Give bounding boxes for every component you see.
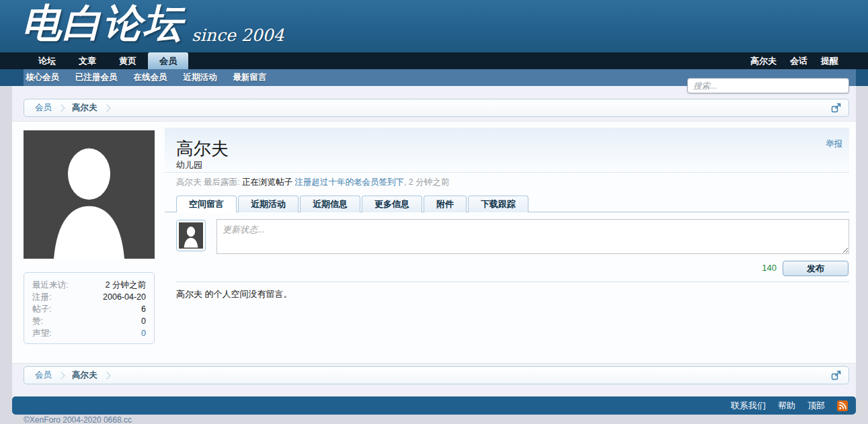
- publish-button[interactable]: 发布: [783, 261, 849, 276]
- divider: [165, 172, 849, 173]
- subnav-item-online-members[interactable]: 在线会员: [134, 69, 167, 86]
- stat-row-joined: 注册: 2006-04-20: [32, 291, 146, 303]
- stat-label: 注册:: [32, 291, 51, 303]
- tab-profile-posts[interactable]: 空间留言: [176, 196, 237, 212]
- subnav-item-notable-members[interactable]: 核心会员: [26, 69, 59, 86]
- breadcrumb-members[interactable]: 会员: [35, 370, 52, 381]
- stat-value-link[interactable]: 0: [141, 327, 146, 339]
- subnav-items: 核心会员 已注册会员 在线会员 近期活动 最新留言: [26, 69, 267, 86]
- breadcrumb-username[interactable]: 高尔夫: [72, 102, 97, 114]
- subnav-left-cap: [0, 69, 24, 86]
- chevron-right-icon: [57, 104, 65, 112]
- report-link[interactable]: 举报: [826, 138, 842, 150]
- stat-value: 0: [141, 315, 146, 327]
- subnav-item-recent-activity[interactable]: 近期活动: [184, 69, 217, 86]
- profile-tab-strip: 空间留言 近期活动 近期信息 更多信息 附件 下载跟踪: [165, 196, 849, 212]
- site-logo-tagline: since 2004: [192, 26, 284, 45]
- footer-link-contact[interactable]: 联系我们: [731, 400, 766, 412]
- subnav-right-cap: [856, 69, 868, 86]
- composer-avatar: [176, 220, 206, 251]
- chevron-right-icon: [103, 372, 110, 379]
- tab-attachments[interactable]: 附件: [424, 196, 467, 212]
- stat-row-reputation: 声望: 0: [32, 327, 146, 339]
- stat-value: 2006-04-20: [103, 291, 146, 303]
- site-header: 电白论坛 since 2004: [0, 0, 868, 52]
- subnav-item-latest-messages[interactable]: 最新留言: [233, 69, 267, 86]
- site-logo-title: 电白论坛: [22, 0, 184, 50]
- footer-link-top[interactable]: 顶部: [807, 400, 825, 412]
- share-icon[interactable]: [828, 102, 843, 114]
- nav-tab-articles[interactable]: 文章: [67, 52, 108, 69]
- stat-label: 帖子:: [32, 303, 51, 315]
- breadcrumb-username[interactable]: 高尔夫: [72, 370, 97, 381]
- stat-value: 2 分钟之前: [106, 279, 146, 291]
- stat-label: 最近来访:: [32, 279, 68, 291]
- stat-value: 6: [141, 303, 146, 315]
- user-title: 幼儿园: [176, 159, 202, 171]
- stat-row-last-seen: 最近来访: 2 分钟之前: [32, 279, 146, 291]
- char-counter: 140: [743, 263, 777, 273]
- breadcrumb-bottom: 会员 高尔夫: [24, 366, 849, 384]
- tab-more-info[interactable]: 更多信息: [362, 196, 422, 212]
- status-activity: 正在浏览帖子: [242, 177, 294, 187]
- stat-label: 声望:: [32, 327, 51, 339]
- status-update-input[interactable]: [216, 219, 849, 254]
- empty-profile-message: 高尔夫 的个人空间没有留言。: [176, 288, 292, 300]
- profile-page: 电白论坛 since 2004 论坛 文章 黄页 会员 高尔夫 会话 提醒 核心…: [0, 0, 868, 424]
- tab-download-tracking[interactable]: 下载跟踪: [468, 196, 528, 212]
- tab-recent-messages[interactable]: 近期信息: [300, 196, 360, 212]
- person-icon: [179, 222, 203, 249]
- person-icon: [24, 130, 155, 259]
- status-line: 高尔夫 最后露面: 正在浏览帖子 注册超过十年的老会员签到下, 2 分钟之前: [176, 177, 449, 188]
- tab-recent-activity[interactable]: 近期活动: [238, 196, 299, 212]
- nav-tab-forum[interactable]: 论坛: [27, 52, 67, 69]
- footer-bar: 联系我们 帮助 顶部: [12, 396, 856, 415]
- chevron-right-icon: [103, 104, 110, 112]
- nav-tab-members[interactable]: 会员: [148, 52, 188, 69]
- stat-label: 赞:: [32, 315, 43, 327]
- nav-tabs: 论坛 文章 黄页 会员: [0, 52, 188, 69]
- page-title: 高尔夫: [176, 137, 229, 161]
- user-menu-alerts[interactable]: 提醒: [821, 52, 838, 69]
- status-prefix: 高尔夫 最后露面:: [176, 177, 242, 187]
- breadcrumb: 会员 高尔夫: [24, 99, 849, 117]
- member-stats-box: 最近来访: 2 分钟之前 注册: 2006-04-20 帖子: 6 赞: 0 声…: [24, 272, 155, 344]
- status-thread-link[interactable]: 注册超过十年的老会员签到下: [294, 177, 404, 187]
- user-menu: 高尔夫 会话 提醒: [750, 52, 868, 69]
- status-time: , 2 分钟之前: [404, 177, 449, 187]
- divider: [176, 282, 849, 282]
- breadcrumb-members[interactable]: 会员: [35, 102, 52, 114]
- profile-header: [165, 128, 849, 172]
- footer-link-help[interactable]: 帮助: [778, 400, 795, 412]
- copyright-link[interactable]: ©XenForo 2004-2020 0668.cc: [24, 415, 132, 424]
- main-navbar: 论坛 文章 黄页 会员 高尔夫 会话 提醒: [0, 52, 868, 69]
- rss-icon[interactable]: [837, 400, 848, 411]
- stat-row-likes: 赞: 0: [32, 315, 146, 327]
- nav-tab-yellow-pages[interactable]: 黄页: [108, 52, 148, 69]
- search-input[interactable]: [687, 78, 849, 93]
- user-menu-username[interactable]: 高尔夫: [750, 52, 777, 69]
- subnav-item-registered-members[interactable]: 已注册会员: [75, 69, 118, 86]
- stat-row-posts: 帖子: 6: [32, 303, 146, 315]
- user-menu-conversations[interactable]: 会话: [790, 52, 807, 69]
- profile-avatar[interactable]: [24, 130, 155, 259]
- chevron-right-icon: [57, 372, 65, 379]
- share-icon[interactable]: [828, 370, 843, 382]
